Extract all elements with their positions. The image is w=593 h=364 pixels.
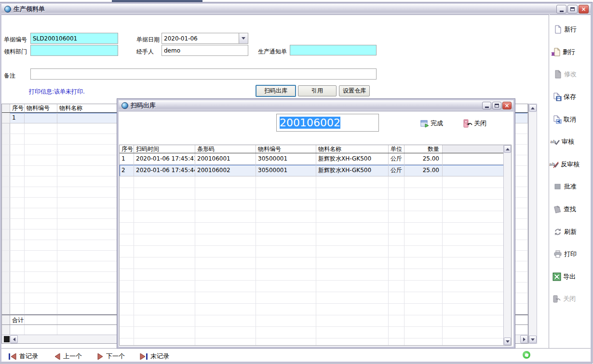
nav-next[interactable]: 下一个 [97,352,125,361]
footer-total-label: 合计 [10,315,25,324]
remark-field[interactable] [30,68,377,80]
sidebar-item-cancel[interactable]: 取消 [553,115,576,124]
scan-grid-row-selected[interactable]: 2 2020-01-06 17:45:44 200106002 30500001… [120,165,504,176]
grid-empty-cell [25,219,57,229]
grid-empty-cell [120,327,134,338]
sidebar-item-modify[interactable]: 修改 [553,70,577,79]
col-header-material-no[interactable]: 物料编号 [25,104,57,112]
dialog-close-action-button[interactable]: 关闭 [463,119,486,128]
prod-notice-field[interactable] [290,45,377,55]
grid-empty-cell [25,304,57,314]
nav-label: 上一个 [63,352,82,361]
quote-button[interactable]: 引用 [298,85,337,96]
col-header-material-no[interactable]: 物料编号 [256,145,316,153]
grid-empty-cell [134,269,195,281]
doc-date-dropdown-button[interactable] [239,33,248,43]
hscroll-left-button[interactable] [10,335,18,343]
dialog-maximize-button[interactable] [492,102,501,109]
sidebar-item-unaudit[interactable]: ab 反审核 [549,160,580,169]
sidebar-item-new-row[interactable]: 新行 [553,25,577,34]
vscroll-track[interactable] [504,153,511,337]
col-header-material-name[interactable]: 物料名称 [57,104,120,112]
vscroll-down-button[interactable] [504,337,511,345]
sidebar-item-delete-row[interactable]: 删行 [551,48,575,56]
nav-previous[interactable]: 上一个 [54,352,82,361]
grid-empty-cell [57,166,120,176]
grid-empty-cell [134,327,195,338]
minimize-button[interactable] [556,5,566,13]
doc-no-field[interactable] [30,33,118,44]
grid-empty-cell [195,269,256,281]
col-header-unit[interactable]: 单位 [389,145,404,153]
sidebar-item-label: 批准 [564,182,577,191]
unaudit-icon: ab [549,160,559,169]
grid-empty-cell [389,246,404,257]
grid-empty-cell [57,198,120,208]
vscroll-up-button[interactable] [529,104,537,112]
finish-button[interactable]: 完成 [420,119,443,128]
sidebar-item-print[interactable]: 打印 [553,250,577,258]
last-record-icon [140,353,148,360]
grid-empty-cell [25,187,57,198]
col-header-qty[interactable]: 数量 [404,145,443,153]
dept-field[interactable] [30,45,118,56]
screen: { "window": { "title": "生产领料单" }, "form"… [0,0,593,364]
nav-first-record[interactable]: 首记录 [9,352,38,361]
grid-empty-cell [404,269,443,281]
grid-empty-cell [443,200,504,211]
cell-seq: 1 [120,153,134,165]
sidebar-item-save[interactable]: 保存 [553,93,576,101]
col-header-seq[interactable]: 序号 [120,145,134,153]
col-header-material-name[interactable]: 物料名称 [316,145,389,153]
grid-empty-cell [134,223,195,234]
maximize-button[interactable] [567,5,578,13]
grid-empty-cell [404,315,443,327]
hscroll-right-button[interactable] [520,335,528,343]
grid-empty-cell [10,198,25,208]
dialog-title: 扫码出库 [131,101,156,110]
sidebar-item-audit[interactable]: ab 审核 [550,137,574,146]
grid-empty-cell [443,223,504,234]
grid-empty-cell [195,223,256,234]
dialog-titlebar[interactable]: 扫码出库 × [119,100,513,111]
grid-empty-cell [25,229,57,240]
grid-empty-cell [2,219,10,229]
grid-empty-cell [134,292,195,304]
close-window-button[interactable]: × [579,5,589,13]
vscroll-up-button[interactable] [504,145,511,153]
grid-empty-cell [25,261,57,272]
vscroll-track[interactable] [529,112,537,336]
dialog-close-button[interactable]: × [502,102,512,109]
grid-empty-cell [10,155,25,166]
grid-empty-cell [120,269,134,281]
main-grid-vscrollbar[interactable] [528,104,537,344]
grid-anchor-block [4,336,10,342]
col-header-seq[interactable]: 序号 [10,104,25,112]
scan-out-button[interactable]: 扫码出库 [256,85,296,97]
sidebar-item-close[interactable]: 关闭 [552,295,576,303]
nav-divider [1,348,591,349]
scan-grid-vscrollbar[interactable] [503,145,511,345]
set-warehouse-button[interactable]: 设置仓库 [339,85,370,96]
col-header-scan-time[interactable]: 扫码时间 [134,145,195,153]
sidebar-item-approve[interactable]: 批准 [553,182,577,191]
vscroll-down-button[interactable] [529,336,537,343]
scan-input[interactable]: 200106002 [276,114,379,132]
handler-field[interactable] [162,45,248,56]
main-window-titlebar[interactable]: 生产领料单 × [1,4,591,15]
cancel-icon [553,115,562,124]
sidebar-item-export[interactable]: 导出 [553,272,576,281]
scan-grid-empty-rows [120,176,504,345]
grid-empty-cell [25,325,57,336]
sidebar-item-find[interactable]: 查找 [553,205,576,214]
doc-date-combo[interactable]: 2020-01-06 [162,33,248,44]
nav-last-record[interactable]: 末记录 [140,352,169,361]
grid-empty-cell [443,269,504,281]
grid-empty-cell [10,145,25,155]
sidebar-item-refresh[interactable]: 刷新 [553,228,577,236]
grid-empty-cell [120,246,134,257]
dialog-minimize-button[interactable] [482,102,491,109]
col-header-barcode[interactable]: 条形码 [195,145,256,153]
grid-empty-cell [256,327,316,338]
scan-grid-row[interactable]: 1 2020-01-06 17:45:41 200106001 30500001… [120,153,504,165]
